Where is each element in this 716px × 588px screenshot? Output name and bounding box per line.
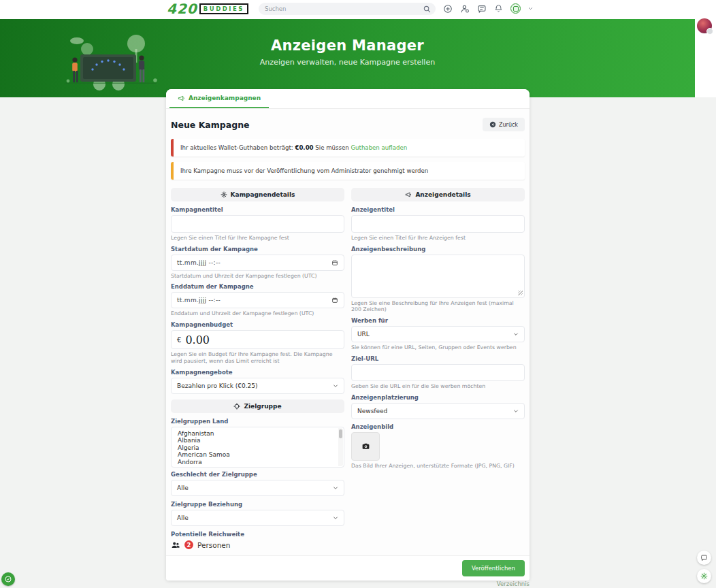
calendar-icon[interactable]: [331, 297, 338, 304]
settings-float-button[interactable]: [697, 569, 711, 583]
campaign-end-help: Enddatum und Uhrzeit der Kampagne festle…: [171, 310, 344, 317]
plus-circle-icon[interactable]: [443, 4, 453, 14]
campaign-details-header: Kampagnendetails: [171, 188, 344, 201]
wallet-alert-text: Ihr aktuelles Wallet-Guthaben beträgt:: [180, 144, 295, 151]
ad-image-help: Das Bild Ihrer Anzeigen, unterstützte Fo…: [351, 463, 525, 470]
calendar-icon[interactable]: [331, 259, 338, 266]
campaign-start-input[interactable]: tt.mm.jjjj --:--: [171, 255, 344, 271]
top-navbar: 420 BUDDIES: [0, 0, 716, 19]
chevron-down-icon: [513, 408, 519, 414]
date-placeholder: tt.mm.jjjj --:--: [177, 259, 221, 266]
promote-for-select[interactable]: URL: [351, 326, 525, 342]
page-hero: Anzeigen Manager Anzeigen verwalten, neu…: [0, 19, 695, 97]
chat-bubble-icon: [700, 554, 708, 561]
footer-link-directory[interactable]: Verzeichnis: [497, 581, 530, 587]
chevron-down-icon: [333, 485, 338, 491]
campaign-title-input[interactable]: [171, 215, 344, 233]
potential-reach: 2 Personen: [171, 540, 344, 550]
wallet-alert-text2: Sie müssen: [314, 144, 351, 151]
campaign-start-help: Startdatum und Uhrzeit der Kampagne fest…: [171, 273, 344, 280]
ad-title-help: Legen Sie einen Titel für Ihre Anzeigen …: [351, 235, 525, 242]
campaign-details-column: Kampagnendetails Kampagnentitel Legen Si…: [171, 188, 344, 550]
chat-float-button[interactable]: [697, 551, 711, 565]
hero-illustration: [60, 29, 162, 97]
audience-relationship-label: Zielgruppe Beziehung: [171, 501, 344, 508]
ad-title-label: Anzeigentitel: [351, 206, 525, 213]
cookie-consent-icon[interactable]: [1, 572, 15, 586]
ad-details-title: Anzeigendetails: [415, 191, 470, 198]
megaphone-icon: [178, 95, 185, 102]
target-url-help: Geben Sie die URL ein für die Sie werben…: [351, 383, 525, 390]
budget-value: 0.00: [185, 333, 210, 346]
scrollbar-thumb[interactable]: [339, 429, 342, 438]
campaign-title-label: Kampagnentitel: [171, 206, 344, 213]
target-url-input[interactable]: [351, 364, 525, 381]
ad-details-header: Anzeigendetails: [351, 188, 525, 201]
wallet-alert: Ihr aktuelles Wallet-Guthaben beträgt: €…: [171, 139, 525, 157]
search-input[interactable]: [259, 5, 423, 12]
person-add-icon[interactable]: [460, 4, 470, 14]
campaign-end-input[interactable]: tt.mm.jjjj --:--: [171, 292, 344, 308]
card-body: Neue Kampagne Zurück Ihr aktuelles Walle…: [166, 109, 530, 550]
publish-button[interactable]: Veröffentlichen: [462, 560, 525, 576]
ad-title-input[interactable]: [351, 215, 525, 233]
audience-country-list[interactable]: Afghanistan Albania Algeria American Sam…: [171, 427, 344, 468]
audience-gender-select[interactable]: Alle: [171, 480, 344, 496]
placement-label: Anzeigenplatzierung: [351, 394, 525, 401]
camera-icon: [361, 442, 370, 451]
relationship-selected-value: Alle: [177, 514, 189, 521]
gear-icon: [221, 191, 227, 198]
chevron-down-icon: [333, 515, 338, 521]
tab-label: Anzeigenkampagnen: [189, 95, 261, 101]
section-heading: Neue Kampagne: [171, 120, 250, 130]
bell-icon[interactable]: [494, 4, 503, 13]
audience-title: Zielgruppe: [244, 403, 281, 410]
megaphone-icon: [405, 191, 412, 198]
chevron-down-icon: [513, 331, 519, 337]
profile-menu-avatar[interactable]: [510, 3, 521, 14]
audience-country-label: Zielgruppen Land: [171, 418, 344, 425]
country-option[interactable]: Algeria: [172, 444, 344, 452]
campaign-budget-input[interactable]: € 0.00: [171, 330, 344, 349]
country-option[interactable]: Albania: [172, 437, 344, 444]
campaign-bid-label: Kampagnengebote: [171, 369, 344, 376]
ads-manager-card: Anzeigenkampagnen Neue Kampagne Zurück I…: [166, 89, 530, 581]
country-option[interactable]: American Samoa: [172, 451, 344, 459]
topup-wallet-link[interactable]: Guthaben aufladen: [351, 144, 407, 151]
search-icon[interactable]: [423, 5, 431, 13]
audience-relationship-select[interactable]: Alle: [171, 510, 344, 526]
caret-down-icon[interactable]: [528, 6, 533, 11]
date-placeholder: tt.mm.jjjj --:--: [177, 297, 221, 304]
tab-bar: Anzeigenkampagnen: [166, 89, 530, 109]
country-option[interactable]: Afghanistan: [172, 430, 344, 438]
avatar-camera-badge: [706, 28, 713, 35]
reach-unit: Personen: [197, 541, 230, 549]
audience-gender-label: Geschlecht der Zielgruppe: [171, 471, 344, 478]
logo[interactable]: 420 BUDDIES: [167, 2, 248, 16]
campaign-title-help: Legen Sie einen Titel für Ihre Kampagne …: [171, 235, 344, 242]
campaign-end-label: Enddatum der Kampagne: [171, 283, 344, 290]
campaign-details-title: Kampagnendetails: [231, 191, 295, 198]
back-button[interactable]: Zurück: [483, 118, 525, 131]
profile-avatar[interactable]: [697, 18, 712, 33]
card-footer: Veröffentlichen: [166, 555, 530, 581]
country-option[interactable]: Andorra: [172, 459, 344, 466]
ad-image-upload[interactable]: [351, 432, 380, 461]
promote-selected-value: URL: [357, 331, 370, 338]
navbar-actions: [443, 3, 533, 14]
ad-description-help: Legen Sie eine Beschreibung für Ihre Anz…: [351, 300, 525, 313]
chat-icon[interactable]: [477, 4, 487, 14]
search-bar: [259, 3, 436, 15]
tab-anzeigenkampagnen[interactable]: Anzeigenkampagnen: [169, 89, 269, 108]
ad-description-textarea[interactable]: [351, 255, 525, 298]
country-list-scrollbar[interactable]: [338, 428, 343, 466]
back-button-label: Zurück: [499, 122, 518, 128]
currency-symbol: €: [177, 336, 181, 344]
campaign-start-label: Startdatum der Kampagne: [171, 246, 344, 252]
chevron-down-icon: [333, 383, 338, 389]
campaign-bid-select[interactable]: Bezahlen pro Klick (€0.25): [171, 378, 344, 394]
placement-selected-value: Newsfeed: [357, 408, 387, 414]
campaign-budget-help: Legen Sie ein Budget für Ihre Kampagne f…: [171, 351, 344, 364]
promote-for-help: Sie können für eine URL, Seiten, Gruppen…: [351, 344, 525, 351]
placement-select[interactable]: Newsfeed: [351, 403, 525, 419]
